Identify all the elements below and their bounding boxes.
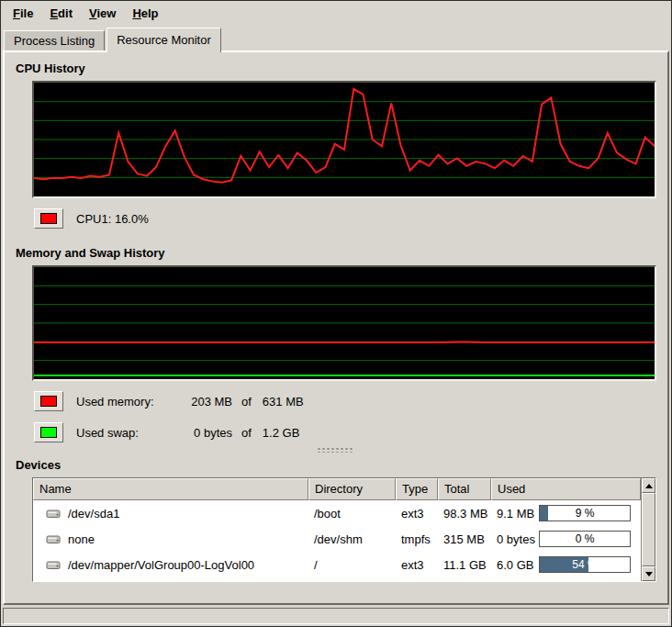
usage-bar: 54 % <box>539 556 631 573</box>
column-header-used[interactable]: Used <box>491 478 641 500</box>
cpu-history-title: CPU History <box>16 62 656 75</box>
usage-percent: 9 % <box>540 506 630 521</box>
devices-table: Name Directory Type Total Used /dev/sda1… <box>33 478 641 581</box>
menu-file[interactable]: File <box>5 3 41 23</box>
scroll-up-button[interactable] <box>642 478 655 493</box>
pane-resize-handle[interactable] <box>14 445 656 454</box>
swap-total-value: 1.2 GB <box>263 426 299 440</box>
devices-scrollbar[interactable] <box>641 478 655 581</box>
usage-bar: 0 % <box>539 531 631 547</box>
memory-color-swatch-button[interactable] <box>34 391 63 411</box>
usage-percent: 54 % <box>540 557 630 572</box>
column-header-total[interactable]: Total <box>438 478 491 500</box>
usage-bar: 9 % <box>539 505 631 521</box>
menu-edit[interactable]: Edit <box>41 3 81 23</box>
cpu-history-graph <box>32 81 656 198</box>
device-used: 9.1 MB <box>497 507 534 521</box>
scrollbar-thumb[interactable] <box>642 493 655 566</box>
system-monitor-window: File Edit View Help Process Listing Reso… <box>0 0 672 627</box>
triangle-down-icon <box>645 572 653 577</box>
table-row[interactable]: /dev/sda1 /boot ext3 98.3 MB 9.1 MB 9 % <box>33 500 641 526</box>
drive-icon <box>46 532 62 545</box>
swap-used-value: 0 bytes <box>175 426 232 440</box>
status-bar <box>3 608 669 624</box>
device-used: 6.0 GB <box>497 558 533 572</box>
usage-percent: 0 % <box>540 532 630 546</box>
device-directory: /dev/shm <box>308 532 396 546</box>
memory-swap-plot <box>34 267 655 379</box>
devices-table-body: /dev/sda1 /boot ext3 98.3 MB 9.1 MB 9 % <box>33 500 641 581</box>
memory-of-text: of <box>241 395 252 409</box>
device-total: 315 MB <box>438 532 491 546</box>
device-type: ext3 <box>396 507 438 521</box>
cpu-legend-label: CPU1: 16.0% <box>76 212 149 226</box>
device-directory: / <box>308 558 396 572</box>
device-total: 11.1 GB <box>438 558 491 572</box>
device-used: 0 bytes <box>497 532 535 546</box>
resource-monitor-panel: CPU History CPU1: 16.0% Memory and Swap … <box>3 50 669 605</box>
devices-table-header: Name Directory Type Total Used <box>33 478 641 500</box>
memory-color-swatch <box>40 396 57 407</box>
drive-icon <box>46 507 62 520</box>
memory-history-title: Memory and Swap History <box>16 246 656 260</box>
grip-dots-icon <box>317 447 353 453</box>
tab-bar: Process Listing Resource Monitor <box>1 25 671 50</box>
triangle-up-icon <box>645 484 653 488</box>
menu-bar: File Edit View Help <box>1 1 671 25</box>
device-name: none <box>68 532 95 546</box>
cpu-history-plot <box>34 83 655 196</box>
device-directory: /boot <box>308 507 396 521</box>
memory-used-value: 203 MB <box>175 395 232 409</box>
swap-color-swatch-button[interactable] <box>34 422 63 442</box>
table-row[interactable]: /dev/mapper/VolGroup00-LogVol00 / ext3 1… <box>33 552 641 577</box>
cpu-legend: CPU1: 16.0% <box>34 207 656 230</box>
device-name: /dev/mapper/VolGroup00-LogVol00 <box>68 558 254 572</box>
column-header-type[interactable]: Type <box>396 478 438 500</box>
tab-resource-monitor[interactable]: Resource Monitor <box>106 28 221 52</box>
swap-legend-label: Used swap: <box>76 426 175 440</box>
swap-of-text: of <box>241 426 252 440</box>
cpu-color-swatch-button[interactable] <box>34 208 63 229</box>
swap-legend: Used swap: 0 bytes of 1.2 GB <box>34 421 656 443</box>
menu-help[interactable]: Help <box>124 3 166 23</box>
devices-title: Devices <box>16 458 656 472</box>
device-type: tmpfs <box>396 532 438 546</box>
column-header-name[interactable]: Name <box>33 478 308 500</box>
devices-table-container: Name Directory Type Total Used /dev/sda1… <box>32 477 656 582</box>
memory-swap-graph <box>32 265 656 381</box>
memory-legend: Used memory: 203 MB of 631 MB <box>34 390 656 412</box>
menu-view[interactable]: View <box>81 3 124 23</box>
swap-color-swatch <box>40 427 57 438</box>
cpu-color-swatch <box>40 213 57 224</box>
device-type: ext3 <box>396 558 438 572</box>
device-name: /dev/sda1 <box>68 507 119 521</box>
table-row[interactable]: none /dev/shm tmpfs 315 MB 0 bytes 0 % <box>33 526 641 552</box>
tab-process-listing[interactable]: Process Listing <box>4 30 105 50</box>
scroll-down-button[interactable] <box>642 566 655 581</box>
column-header-directory[interactable]: Directory <box>308 478 396 500</box>
memory-legend-label: Used memory: <box>76 395 175 409</box>
memory-total-value: 631 MB <box>263 395 304 409</box>
device-total: 98.3 MB <box>438 507 491 521</box>
drive-icon <box>46 558 62 571</box>
